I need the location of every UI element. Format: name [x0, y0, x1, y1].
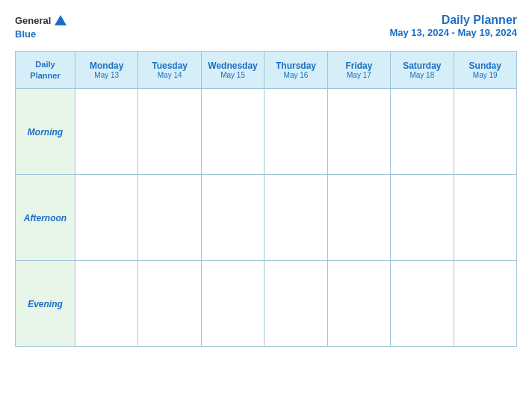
- evening-sunday[interactable]: [454, 261, 516, 347]
- morning-thursday[interactable]: [265, 89, 327, 175]
- evening-wednesday[interactable]: [201, 261, 264, 347]
- logo-text: General: [15, 13, 67, 27]
- logo-triangle-icon: [54, 13, 67, 27]
- morning-row: Morning: [16, 89, 517, 175]
- morning-tuesday[interactable]: [138, 89, 201, 175]
- evening-monday[interactable]: [75, 261, 138, 347]
- title-area: Daily Planner May 13, 2024 - May 19, 202…: [389, 13, 517, 38]
- header: General Blue Daily Planner May 13, 2024 …: [15, 13, 517, 40]
- header-row: Daily Planner Monday May 13 Tuesday May …: [16, 52, 517, 89]
- afternoon-label-cell: Afternoon: [16, 175, 75, 261]
- evening-label-cell: Evening: [16, 261, 75, 347]
- afternoon-monday[interactable]: [75, 175, 138, 261]
- col-monday: Monday May 13: [75, 52, 138, 89]
- evening-thursday[interactable]: [265, 261, 327, 347]
- morning-sunday[interactable]: [454, 89, 516, 175]
- col-saturday: Saturday May 18: [391, 52, 454, 89]
- evening-saturday[interactable]: [391, 261, 454, 347]
- svg-marker-0: [55, 15, 66, 25]
- col-wednesday: Wednesday May 15: [201, 52, 264, 89]
- logo-blue-text: Blue: [15, 27, 36, 40]
- evening-tuesday[interactable]: [138, 261, 201, 347]
- afternoon-thursday[interactable]: [265, 175, 327, 261]
- morning-wednesday[interactable]: [201, 89, 264, 175]
- logo-area: General Blue: [15, 13, 67, 40]
- calendar-table: Daily Planner Monday May 13 Tuesday May …: [15, 51, 517, 347]
- afternoon-tuesday[interactable]: [138, 175, 201, 261]
- col-sunday: Sunday May 19: [454, 52, 516, 89]
- evening-row: Evening: [16, 261, 517, 347]
- morning-saturday[interactable]: [391, 89, 454, 175]
- afternoon-saturday[interactable]: [391, 175, 454, 261]
- planner-title: Daily Planner: [389, 13, 517, 27]
- afternoon-friday[interactable]: [327, 175, 390, 261]
- morning-friday[interactable]: [327, 89, 390, 175]
- afternoon-sunday[interactable]: [454, 175, 516, 261]
- morning-monday[interactable]: [75, 89, 138, 175]
- page: General Blue Daily Planner May 13, 2024 …: [0, 0, 532, 411]
- morning-label-cell: Morning: [16, 89, 75, 175]
- col-daily-planner: Daily Planner: [16, 52, 75, 89]
- evening-friday[interactable]: [327, 261, 390, 347]
- date-range: May 13, 2024 - May 19, 2024: [389, 27, 517, 38]
- col-friday: Friday May 17: [327, 52, 390, 89]
- logo-general-text: General: [15, 15, 51, 26]
- col-thursday: Thursday May 16: [265, 52, 327, 89]
- col-tuesday: Tuesday May 14: [138, 52, 201, 89]
- afternoon-row: Afternoon: [16, 175, 517, 261]
- afternoon-wednesday[interactable]: [201, 175, 264, 261]
